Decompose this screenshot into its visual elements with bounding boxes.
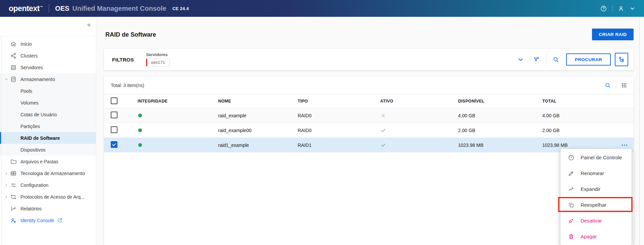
sidebar-item-label: Dispositivos [20, 147, 46, 153]
menu-item-expandir[interactable]: Expandir [560, 181, 632, 197]
chevron-down-icon[interactable] [3, 77, 10, 81]
select-all-checkbox[interactable] [111, 97, 117, 104]
sidebar-collapse-button[interactable]: « [87, 22, 91, 28]
menu-item-painel-de-controle[interactable]: Painel de Controle [560, 150, 632, 165]
icon-spacer [10, 135, 17, 141]
pencil-icon [568, 170, 575, 177]
sidebar-item-protocolos-de-acesso[interactable]: Protocolos de Acesso de Arq... [0, 191, 96, 203]
page-scrollbar[interactable] [639, 17, 644, 245]
menu-item-label: Painel de Controle [581, 155, 622, 160]
chevron-down-icon[interactable] [517, 56, 524, 63]
column-header-disponível[interactable]: DISPONÍVEL [458, 99, 542, 104]
clear-filter-icon[interactable] [533, 56, 540, 63]
sidebar-item-servidores[interactable]: Servidores [0, 62, 96, 73]
sidebar-item-arquivos-e-pastas[interactable]: Arquivos e Pastas [0, 156, 96, 167]
table-search-icon[interactable] [604, 82, 611, 89]
sidebar-item-label: Configuration [20, 182, 48, 188]
product-subtitle: Unified Management Console [72, 5, 166, 12]
trend-icon [568, 186, 575, 193]
raid-name: raid1_example [218, 142, 298, 148]
search-button[interactable]: PROCURAR [566, 53, 611, 66]
column-header-nome[interactable]: NOME [218, 99, 298, 104]
trademark: ™ [40, 5, 43, 9]
column-header-integridade[interactable]: INTEGRIDADE [138, 99, 218, 104]
sidebar-item-label: Clusters [20, 53, 38, 58]
raid-available: 2.00 GB [458, 128, 542, 133]
row-checkbox[interactable] [111, 112, 117, 118]
menu-item-renomear[interactable]: Renomear [560, 165, 632, 181]
raid-available: 4.00 GB [458, 113, 542, 118]
sidebar-item-particoes[interactable]: Partições [0, 120, 96, 132]
sidebar-item-dispositivos[interactable]: Dispositivos [0, 144, 96, 156]
external-link-icon [57, 217, 63, 223]
tech-icon [10, 170, 17, 177]
icon-spacer [10, 111, 17, 118]
table-tools [604, 81, 628, 90]
table-row-raid_example[interactable]: raid_exampleRAID04.00 GB4.00 GB [104, 108, 634, 123]
sidebar-item-relatorios[interactable]: Relatórios [0, 203, 96, 214]
home-icon [10, 41, 17, 47]
context-menu: Painel de ControleRenomearExpandirReespe… [560, 149, 632, 245]
remirror-icon [568, 202, 575, 208]
row-more-icon[interactable] [621, 141, 628, 149]
raid-available: 1023.98 MB [458, 142, 542, 148]
sidebar-item-tecnologia-de-armazenamento[interactable]: Tecnologia de Armazenamento [0, 167, 96, 179]
app-root: opentext™ OES Unified Management Console… [0, 0, 644, 245]
raid-type: RAID0 [298, 128, 380, 133]
active-check-icon [380, 127, 386, 133]
menu-item-desativar[interactable]: Desativar [560, 213, 632, 229]
raid-total: 4.00 GB [542, 113, 634, 118]
sidebar-item-inicio[interactable]: Início [0, 38, 96, 50]
column-header-ativo[interactable]: ATIVO [380, 99, 458, 104]
menu-item-label: Expandir [581, 186, 600, 192]
sidebar-item-label: Protocolos de Acesso de Arq... [20, 194, 85, 200]
chevron-right-icon[interactable] [3, 183, 10, 187]
raid-total: 2.00 GB [542, 128, 634, 133]
menu-item-label: Apagar [581, 234, 597, 239]
sidebar-nav: InícioClustersServidoresArmazenamentoPoo… [0, 36, 96, 226]
sidebar-item-cotas-de-usuario[interactable]: Cotas de Usuário [0, 109, 96, 120]
active-check-icon [380, 142, 386, 148]
sidebar-top: « [0, 17, 96, 36]
row-checkbox[interactable] [111, 141, 117, 148]
reports-icon [10, 205, 17, 212]
chevron-right-icon[interactable] [3, 195, 10, 199]
help-icon[interactable] [600, 5, 607, 12]
chevron-right-icon[interactable] [3, 171, 10, 175]
folder-icon [10, 158, 17, 165]
sidebar-item-volumes[interactable]: Volumes [0, 97, 96, 109]
create-raid-button[interactable]: CRIAR RAID [592, 29, 634, 40]
search-icon[interactable] [552, 56, 559, 63]
user-menu-chevron-icon[interactable] [630, 6, 635, 11]
sidebar-item-raid-de-software[interactable]: RAID de Software [0, 132, 96, 144]
raid-name: raid_example00 [218, 128, 298, 133]
icon-spacer [10, 99, 17, 106]
sidebar-item-identity-console[interactable]: Identity Console [0, 214, 96, 226]
filter-group-label: Servidores [146, 52, 170, 57]
user-icon[interactable] [617, 5, 625, 12]
total-count: Total: 3 item(ns) [111, 83, 144, 88]
clusters-icon [10, 52, 17, 59]
column-header-total[interactable]: TOTAL [542, 99, 634, 104]
sidebar-item-pools[interactable]: Pools [0, 85, 96, 97]
sidebar-item-label: Relatórios [20, 206, 42, 211]
table-row-raid_example00[interactable]: raid_example00RAID02.00 GB2.00 GB [104, 123, 634, 138]
sidebar-item-configuration[interactable]: Configuration [0, 179, 96, 191]
sidebar-item-armazenamento[interactable]: Armazenamento [0, 73, 96, 85]
sidebar-item-label: Partições [20, 124, 40, 129]
column-settings-icon[interactable] [621, 82, 628, 89]
tree-view-button[interactable] [615, 53, 628, 66]
table-row-raid1_example[interactable]: raid1_exampleRAID11023.98 MB1023.98 MB [104, 138, 634, 153]
unplug-icon [568, 217, 575, 224]
sidebar-item-label: Pools [20, 88, 32, 94]
menu-item-reespelhar[interactable]: Reespelhar [560, 197, 632, 213]
sidebar-item-clusters[interactable]: Clusters [0, 50, 96, 62]
gauge-icon [568, 154, 575, 161]
row-checkbox[interactable] [111, 126, 117, 133]
column-header-tipo[interactable]: TIPO [298, 99, 380, 104]
menu-item-apagar[interactable]: Apagar [560, 229, 632, 244]
menu-item-label: Reespelhar [581, 202, 606, 208]
server-filter-chip[interactable]: oes171 [146, 58, 170, 67]
servers-icon [10, 64, 17, 71]
trash-icon [568, 233, 575, 240]
